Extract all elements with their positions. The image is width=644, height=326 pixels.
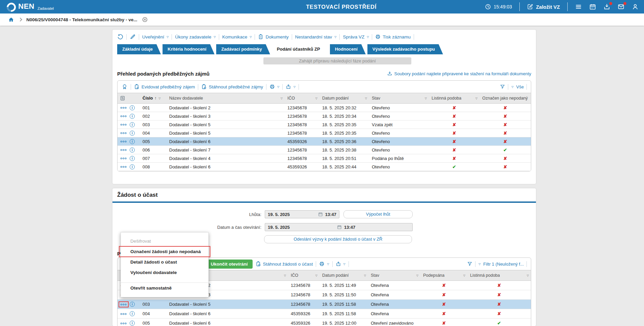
table-row[interactable]: ooo i 003 Dodavatel - školení 5 12345678… [118, 120, 531, 129]
column-settings-icon[interactable] [120, 96, 125, 101]
breadcrumb-item[interactable]: N006/25/V00004748 - Telekomunikační služ… [26, 17, 137, 22]
filter-chevron-icon[interactable]: ▽ [315, 274, 317, 277]
filter-chevron-icon[interactable]: ▽ [284, 274, 286, 277]
lhuta-time-value[interactable]: 13:47 [325, 212, 336, 217]
menu-ukony-zadavatele[interactable]: Úkony zadavatele▽ [175, 34, 215, 39]
export-table-button[interactable]: ▽ [336, 261, 345, 267]
menu-nestandardni-stav[interactable]: Nestandardní stav▽ [295, 34, 337, 39]
oteviani-date-value[interactable]: 19. 5. 2025 [268, 225, 335, 230]
info-icon[interactable]: i [130, 164, 135, 169]
row-actions-button[interactable]: ooo [120, 106, 127, 109]
column-header-nazev[interactable]: Název dodavatele▽ [166, 93, 285, 103]
ukoncit-oteviani-button[interactable]: Ukončit otevírání [206, 260, 253, 269]
info-icon[interactable]: i [130, 131, 135, 136]
pencil-icon[interactable] [130, 34, 136, 40]
filter-icon[interactable] [467, 261, 472, 267]
row-actions-button[interactable]: ooo [120, 157, 127, 160]
menu-uverejneni[interactable]: Uveřejnění▽ [142, 34, 169, 39]
context-menu-item[interactable]: Označení žádosti jako nepodaná [121, 246, 208, 257]
evidovat-predbezny-zajem-button[interactable]: Evidovat předběžný zájem [134, 84, 195, 89]
context-menu-item[interactable]: Otevřít samostatně [121, 282, 208, 293]
user-profile-button[interactable] [632, 3, 639, 10]
column-header-cislo[interactable]: Číslo ↑ ▽ [140, 93, 166, 103]
history-icon[interactable] [117, 34, 123, 40]
tab[interactable]: Hodnocení [330, 44, 366, 54]
messages-button[interactable] [618, 3, 624, 10]
table-row[interactable]: ooo i 006 Dodavatel - školení 7 12345678… [118, 146, 531, 154]
calendar-button[interactable] [589, 3, 596, 10]
filter-chevron-icon[interactable]: ▽ [281, 97, 283, 100]
chevron-down-icon[interactable]: ▽ [511, 85, 513, 88]
lhuta-date-value[interactable]: 19. 5. 2025 [268, 212, 290, 217]
filter-preset-value[interactable]: Filtr 1 (Neuložený f... [483, 262, 524, 267]
filter-preset-value[interactable]: Vše [516, 84, 524, 89]
downloads-button[interactable] [603, 3, 610, 10]
table-row[interactable]: ooo i 004 Dodavatel - školení 5 12345678… [118, 129, 531, 137]
odeslani-vyzvy-button[interactable]: Odeslání výzvy k podání žádosti o účast … [264, 235, 412, 243]
menu-dokumenty[interactable]: Dokumenty [258, 34, 288, 39]
row-actions-button[interactable]: ooo [120, 123, 127, 126]
oteviani-input[interactable]: 19. 5. 2025 13:47 [265, 223, 413, 231]
row-actions-button[interactable]: ooo [120, 114, 127, 118]
info-icon[interactable]: i [130, 147, 135, 153]
table-row[interactable]: ooo i 003 Dodavatel - školení 5 12345678… [118, 300, 531, 309]
tab[interactable]: Výsledek zadávacího postupu [367, 44, 443, 54]
column-header-datum[interactable]: Datum podání▽ [319, 270, 368, 280]
table-row[interactable]: ooo i 001 Dodavatel - školení 2 12345678… [118, 104, 531, 112]
menu-tisk-zaznamu[interactable]: Tisk záznamu [375, 34, 411, 39]
table-row[interactable]: ooo i 002 Dodavatel - školení 3 12345678… [118, 112, 531, 120]
info-icon[interactable]: i [130, 156, 135, 161]
row-actions-button[interactable]: ooo [120, 303, 127, 306]
calendar-mini-icon[interactable] [337, 225, 342, 229]
info-icon[interactable]: i [130, 302, 135, 307]
filter-chevron-icon[interactable]: ▽ [365, 97, 367, 100]
row-actions-button[interactable]: ooo [120, 148, 127, 152]
app-logo[interactable]: NEN Zadavatel [0, 2, 54, 12]
info-icon[interactable]: i [130, 122, 135, 127]
calendar-mini-icon[interactable] [318, 212, 323, 217]
context-menu-item[interactable]: Dešifrovat [121, 236, 208, 246]
row-actions-button[interactable]: ooo [120, 322, 127, 325]
start-next-phase-button[interactable]: Zahájit přípravu následující fáze podání [263, 57, 411, 64]
column-header-nepodany[interactable]: Označen jako nepodaný [480, 93, 531, 103]
filter-chevron-icon[interactable]: ▽ [416, 274, 418, 277]
chevron-down-icon[interactable]: ▽ [479, 263, 481, 266]
stahnout-zadosti-button[interactable]: Stáhnout žádosti o účast [256, 261, 313, 267]
close-tab-icon[interactable] [142, 17, 148, 23]
tab[interactable]: Podání účastníků ZP [272, 44, 328, 54]
column-header-ico[interactable]: IČO▽ [285, 93, 319, 103]
table-row[interactable]: ooo i 008 Dodavatel - školení 6 45359326… [118, 163, 531, 171]
main-menu-button[interactable] [575, 3, 582, 10]
table-row[interactable]: ooo i 007 Dodavatel - školení 4 12345678… [118, 154, 531, 163]
row-actions-button[interactable]: ooo [120, 312, 127, 316]
table-row[interactable]: ooo i 004 Dodavatel - školení 6 45359326… [118, 309, 531, 319]
row-actions-button[interactable]: ooo [120, 165, 127, 168]
oteviani-time-value[interactable]: 13:47 [344, 225, 355, 230]
vypocet-lhut-button[interactable]: Výpočet lhůt [343, 210, 413, 218]
rosette-icon[interactable] [122, 84, 128, 90]
context-menu-item[interactable]: Vyloučení dodavatele [121, 267, 208, 278]
export-table-button[interactable]: ▽ [286, 84, 295, 89]
table-row[interactable]: ooo i 005 Dodavatel - školení 6 45359326… [118, 319, 531, 326]
info-icon[interactable]: i [130, 321, 135, 326]
row-actions-button[interactable]: ooo [120, 131, 127, 135]
filter-chevron-icon[interactable]: ▽ [315, 97, 317, 100]
filter-chevron-icon[interactable]: ▽ [159, 97, 161, 100]
home-icon[interactable] [8, 17, 14, 23]
filter-chevron-icon[interactable]: ▽ [475, 97, 478, 100]
print-table-button[interactable]: ▽ [319, 261, 329, 267]
column-header-datum[interactable]: Datum podání▽ [319, 93, 369, 103]
info-icon[interactable]: i [130, 105, 135, 110]
tab[interactable]: Kritéria hodnocení [162, 44, 214, 54]
filter-chevron-icon[interactable]: ▽ [425, 97, 427, 100]
lhuta-input[interactable]: 19. 5. 2025 13:47 [265, 210, 339, 218]
filter-chevron-icon[interactable]: ▽ [463, 274, 465, 277]
menu-komunikace[interactable]: Komunikace▽ [222, 34, 252, 39]
stahnout-predbezne-zajmy-button[interactable]: Stáhnout předběžné zájmy [201, 84, 263, 89]
column-header-listinna[interactable]: Listinná podoba▽ [429, 93, 480, 103]
menu-sprava-vz[interactable]: Správa VZ▽ [343, 34, 369, 39]
create-vz-button[interactable]: Založit VZ [527, 4, 560, 10]
info-icon[interactable]: i [130, 311, 135, 316]
context-menu-item[interactable]: Detail žádosti o účast [121, 257, 208, 267]
filter-icon[interactable] [500, 84, 505, 89]
